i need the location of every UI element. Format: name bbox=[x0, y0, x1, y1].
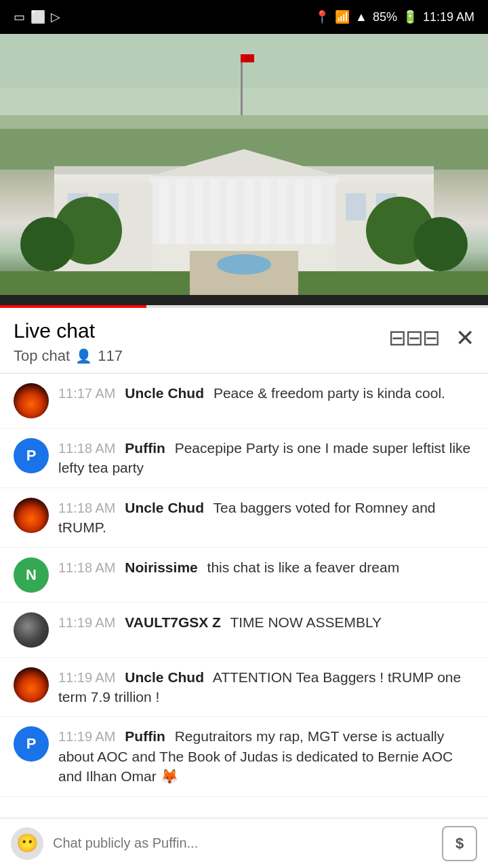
svg-point-31 bbox=[413, 217, 468, 271]
chat-input[interactable] bbox=[53, 827, 432, 860]
avatar: P bbox=[14, 726, 49, 762]
message-content: 11:19 AM VAULT7GSX Z TIME NOW ASSEMBLY bbox=[58, 612, 474, 632]
avatar bbox=[14, 383, 49, 418]
video-player[interactable] bbox=[0, 34, 488, 305]
message-author: Uncle Chud bbox=[125, 500, 204, 515]
chat-message: P 11:18 AM Puffin Peacepipe Party is one… bbox=[0, 429, 488, 488]
svg-rect-9 bbox=[159, 180, 169, 244]
chat-message: 11:19 AM Uncle Chud ATTENTION Tea Bagger… bbox=[0, 658, 488, 717]
chat-input-bar: 😶 $ bbox=[0, 818, 488, 868]
message-content: 11:19 AM Uncle Chud ATTENTION Tea Bagger… bbox=[58, 667, 474, 707]
battery-text: 85% bbox=[373, 10, 397, 24]
message-text: Peacepipe Party is one I made super left… bbox=[58, 440, 470, 475]
chat-message: 11:19 AM VAULT7GSX Z TIME NOW ASSEMBLY bbox=[0, 603, 488, 658]
message-time: 11:19 AM bbox=[58, 615, 116, 630]
message-content: 11:18 AM Puffin Peacepipe Party is one I… bbox=[58, 438, 474, 478]
svg-rect-4 bbox=[241, 54, 254, 62]
svg-rect-3 bbox=[241, 54, 243, 115]
message-content: 11:19 AM Puffin Regutraitors my rap, MGT… bbox=[58, 726, 474, 786]
message-text: Regutraitors my rap, MGT verse is actual… bbox=[58, 728, 453, 784]
avatar bbox=[14, 612, 49, 648]
message-time: 11:18 AM bbox=[58, 441, 116, 456]
svg-rect-10 bbox=[176, 180, 186, 244]
message-content: 11:17 AM Uncle Chud Peace & freedom part… bbox=[58, 383, 474, 403]
svg-rect-11 bbox=[193, 180, 203, 244]
superchat-button[interactable]: $ bbox=[442, 826, 477, 861]
time-text: 11:19 AM bbox=[423, 10, 474, 24]
avatar bbox=[14, 498, 49, 533]
message-time: 11:19 AM bbox=[58, 729, 116, 744]
svg-rect-13 bbox=[227, 180, 237, 244]
signal-icon: ▲ bbox=[355, 10, 367, 24]
dollar-icon: $ bbox=[455, 835, 464, 852]
close-icon[interactable]: ✕ bbox=[455, 324, 474, 351]
message-text: TIME NOW ASSEMBLY bbox=[230, 614, 382, 630]
play-icon: ▷ bbox=[51, 9, 60, 24]
message-time: 11:19 AM bbox=[58, 670, 116, 685]
chat-message: 11:17 AM Uncle Chud Peace & freedom part… bbox=[0, 374, 488, 429]
svg-rect-12 bbox=[210, 180, 220, 244]
people-icon: 👤 bbox=[75, 348, 92, 364]
svg-rect-2 bbox=[0, 88, 488, 129]
message-time: 11:18 AM bbox=[58, 500, 116, 515]
svg-rect-23 bbox=[346, 193, 366, 220]
folder-icon: ▭ bbox=[14, 9, 25, 24]
svg-rect-18 bbox=[312, 180, 321, 244]
battery-icon: 🔋 bbox=[403, 9, 418, 24]
wifi-icon: 📶 bbox=[335, 9, 350, 24]
svg-rect-32 bbox=[0, 295, 488, 305]
viewer-count: 117 bbox=[98, 347, 123, 365]
avatar: P bbox=[14, 438, 49, 473]
message-author: Uncle Chud bbox=[125, 385, 204, 401]
message-text: Peace & freedom party is kinda cool. bbox=[214, 385, 445, 401]
svg-rect-14 bbox=[244, 180, 253, 244]
svg-point-27 bbox=[217, 254, 271, 275]
filter-icon[interactable]: ⊟⊟⊟ bbox=[388, 325, 439, 351]
chat-header: Live chat Top chat 👤 117 ⊟⊟⊟ ✕ bbox=[0, 308, 488, 365]
message-author: Puffin bbox=[125, 728, 165, 744]
chat-messages-list: 11:17 AM Uncle Chud Peace & freedom part… bbox=[0, 374, 488, 797]
message-content: 11:18 AM Noirissime this chat is like a … bbox=[58, 557, 474, 577]
message-author: VAULT7GSX Z bbox=[125, 614, 221, 630]
message-content: 11:18 AM Uncle Chud Tea baggers voted fo… bbox=[58, 498, 474, 538]
message-time: 11:17 AM bbox=[58, 386, 116, 401]
message-text: this chat is like a feaver dream bbox=[207, 559, 400, 575]
message-author: Noirissime bbox=[125, 559, 197, 575]
chat-message: P 11:19 AM Puffin Regutraitors my rap, M… bbox=[0, 717, 488, 796]
chat-header-left: Live chat Top chat 👤 117 bbox=[14, 319, 123, 365]
message-author: Uncle Chud bbox=[125, 669, 204, 685]
svg-rect-15 bbox=[261, 180, 270, 244]
svg-rect-16 bbox=[278, 180, 287, 244]
chat-message: 11:18 AM Uncle Chud Tea baggers voted fo… bbox=[0, 488, 488, 548]
live-chat-title: Live chat bbox=[14, 319, 123, 343]
status-bar: ▭ ⬜ ▷ 📍 📶 ▲ 85% 🔋 11:19 AM bbox=[0, 0, 488, 34]
svg-rect-17 bbox=[295, 180, 304, 244]
chat-header-icons: ⊟⊟⊟ ✕ bbox=[388, 324, 474, 351]
emoji-button[interactable]: 😶 bbox=[11, 827, 43, 860]
svg-point-30 bbox=[20, 217, 75, 271]
avatar: N bbox=[14, 557, 49, 593]
message-author: Puffin bbox=[125, 440, 165, 456]
avatar bbox=[14, 667, 49, 703]
message-time: 11:18 AM bbox=[58, 560, 116, 575]
image-icon: ⬜ bbox=[30, 9, 45, 24]
location-icon: 📍 bbox=[314, 9, 329, 24]
chat-subtitle: Top chat 👤 117 bbox=[14, 347, 123, 365]
message-text: ATTENTION Tea Baggers ! tRUMP one term 7… bbox=[58, 669, 461, 705]
chat-message: N 11:18 AM Noirissime this chat is like … bbox=[0, 548, 488, 603]
top-chat-label: Top chat bbox=[14, 347, 70, 365]
